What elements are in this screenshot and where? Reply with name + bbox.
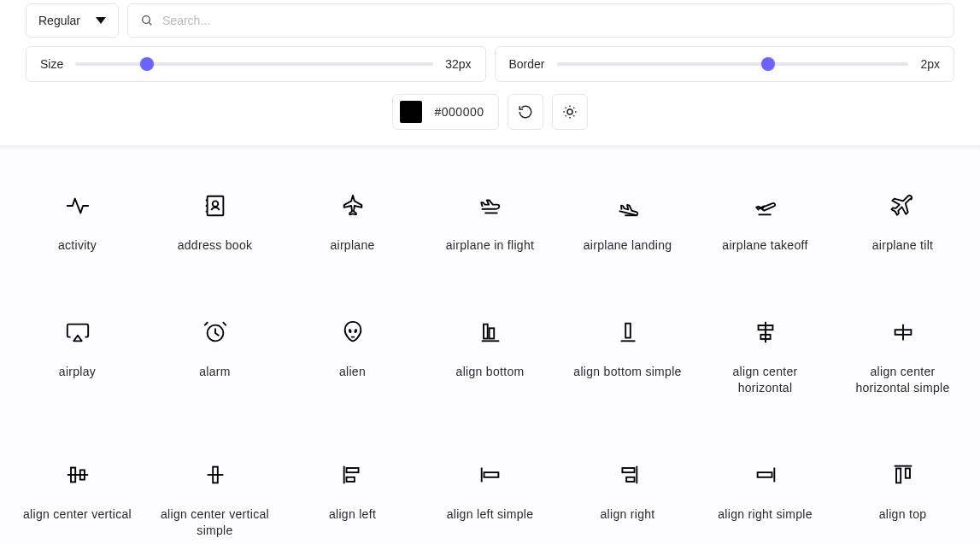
align-right-simple-icon	[753, 462, 778, 488]
airplane-landing-icon	[615, 193, 641, 219]
style-dropdown-label: Regular	[38, 14, 80, 27]
align-bottom-simple-icon	[615, 319, 641, 345]
align-center-horizontal-simple-icon	[890, 319, 916, 345]
align-right-icon	[615, 462, 641, 488]
icon-cell-airplane-takeoff[interactable]: airplane takeoff	[696, 193, 834, 254]
icon-label: align center horizontal	[706, 364, 825, 397]
icon-label: airplay	[59, 364, 96, 381]
activity-icon	[65, 193, 91, 219]
icon-cell-alarm[interactable]: alarm	[146, 319, 284, 397]
alarm-icon	[202, 319, 228, 345]
icon-cell-align-center-vertical[interactable]: align center vertical	[9, 462, 146, 540]
svg-point-0	[143, 16, 150, 24]
icon-cell-airplane[interactable]: airplane	[284, 193, 421, 254]
chevron-down-icon	[96, 17, 106, 24]
icon-cell-align-right[interactable]: align right	[559, 462, 696, 540]
icon-label: align bottom simple	[573, 364, 681, 381]
address-book-icon	[202, 193, 228, 219]
svg-point-2	[567, 109, 572, 114]
search-container	[127, 3, 954, 38]
icon-label: address book	[178, 237, 253, 254]
icon-cell-airplane-in-flight[interactable]: airplane in flight	[421, 193, 559, 254]
icon-label: activity	[58, 237, 97, 254]
icon-cell-align-center-vertical-simple[interactable]: align center vertical simple	[146, 462, 284, 540]
icon-label: airplane tilt	[872, 237, 934, 254]
icon-cell-alien[interactable]: alien	[284, 319, 421, 397]
size-slider-thumb[interactable]	[140, 57, 154, 71]
icon-label: align top	[879, 506, 927, 524]
airplay-icon	[65, 319, 91, 345]
style-dropdown[interactable]: Regular	[26, 3, 119, 38]
icon-cell-align-right-simple[interactable]: align right simple	[696, 462, 834, 540]
icon-cell-airplay[interactable]: airplay	[9, 319, 146, 397]
icon-cell-align-bottom-simple[interactable]: align bottom simple	[559, 319, 696, 397]
icon-cell-activity[interactable]: activity	[9, 193, 146, 254]
align-bottom-icon	[478, 319, 503, 345]
align-left-icon	[340, 462, 366, 488]
border-label: Border	[509, 57, 545, 71]
icon-label: alarm	[199, 364, 231, 381]
icon-label: align center vertical	[23, 506, 132, 524]
icon-cell-address-book[interactable]: address book	[146, 193, 284, 254]
alien-icon	[340, 319, 366, 345]
border-slider[interactable]	[557, 62, 909, 66]
align-top-icon	[890, 462, 916, 488]
icon-label: align center vertical simple	[156, 506, 275, 540]
svg-line-7	[565, 108, 566, 108]
icon-label: airplane in flight	[446, 237, 534, 254]
color-hex: #000000	[434, 105, 484, 119]
icon-label: align left	[329, 506, 376, 524]
icon-cell-airplane-landing[interactable]: airplane landing	[559, 193, 696, 254]
svg-line-8	[573, 115, 574, 116]
rotate-icon	[518, 104, 533, 120]
size-value: 32px	[445, 57, 471, 71]
align-left-simple-icon	[478, 462, 503, 488]
svg-line-10	[573, 108, 574, 108]
icon-label: align left simple	[447, 506, 534, 524]
border-value: 2px	[920, 57, 940, 71]
icon-cell-align-top[interactable]: align top	[834, 462, 971, 540]
icon-label: airplane landing	[584, 237, 672, 254]
icon-cell-airplane-tilt[interactable]: airplane tilt	[834, 193, 971, 254]
sun-icon	[562, 104, 578, 120]
svg-line-9	[565, 115, 566, 116]
align-center-vertical-icon	[65, 462, 91, 488]
airplane-takeoff-icon	[753, 193, 778, 219]
icon-cell-align-bottom[interactable]: align bottom	[421, 319, 559, 397]
size-label: Size	[40, 57, 63, 71]
icon-cell-align-left[interactable]: align left	[284, 462, 421, 540]
align-center-vertical-simple-icon	[202, 462, 228, 488]
color-swatch	[400, 101, 422, 123]
border-slider-thumb[interactable]	[761, 57, 775, 71]
icon-label: align center horizontal simple	[843, 364, 963, 397]
airplane-icon	[340, 193, 366, 219]
svg-line-1	[149, 22, 151, 25]
airplane-in-flight-icon	[478, 193, 503, 219]
icon-cell-align-center-horizontal[interactable]: align center horizontal	[696, 319, 834, 397]
icon-label: align right	[600, 506, 654, 524]
size-slider[interactable]	[75, 62, 433, 66]
reset-button[interactable]	[508, 94, 543, 130]
search-icon	[140, 14, 154, 27]
search-input[interactable]	[162, 14, 942, 27]
icon-label: align right simple	[718, 506, 812, 524]
border-slider-card: Border 2px	[495, 46, 955, 82]
icon-grid: activityaddress bookairplaneairplane in …	[0, 150, 980, 544]
icon-label: alien	[339, 364, 366, 381]
icon-cell-align-center-horizontal-simple[interactable]: align center horizontal simple	[834, 319, 971, 397]
icon-label: airplane takeoff	[722, 237, 807, 254]
color-picker[interactable]: #000000	[392, 94, 498, 130]
icon-label: airplane	[330, 237, 374, 254]
icon-label: align bottom	[456, 364, 525, 381]
airplane-tilt-icon	[890, 193, 916, 219]
size-slider-card: Size 32px	[26, 46, 486, 82]
theme-toggle[interactable]	[552, 94, 588, 130]
icon-cell-align-left-simple[interactable]: align left simple	[421, 462, 559, 540]
align-center-horizontal-icon	[753, 319, 778, 345]
